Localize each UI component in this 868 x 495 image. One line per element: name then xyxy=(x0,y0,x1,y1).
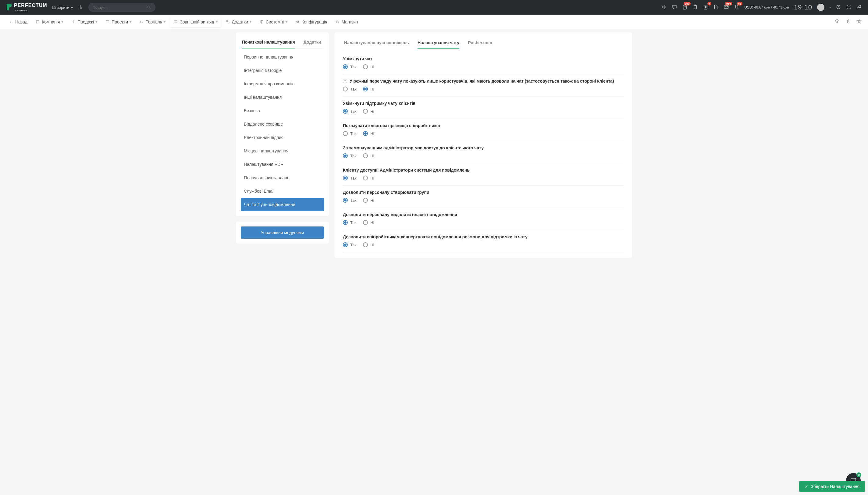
chat-icon[interactable] xyxy=(672,4,677,11)
main-tab-pusher[interactable]: Pusher.com xyxy=(468,38,492,49)
radio-option-no[interactable]: Ні xyxy=(363,242,374,247)
field-label: Дозволити співробітникам конвертувати по… xyxy=(343,234,624,239)
nav-sales[interactable]: Продажі▾ xyxy=(68,17,100,27)
search-input[interactable] xyxy=(93,5,147,10)
radio-option-yes[interactable]: Так xyxy=(343,87,356,91)
main-tabs: Налаштування пуш-сповіщень Налаштування … xyxy=(343,38,624,49)
radio-option-no[interactable]: Ні xyxy=(363,175,374,181)
nav-company[interactable]: Компанія▾ xyxy=(32,17,66,27)
field-label: Увімкнути підтримку чату клієнтів xyxy=(343,101,624,106)
search-icon xyxy=(147,5,151,10)
checklist2-icon[interactable]: 4 xyxy=(703,4,708,11)
arrow-left-icon: ← xyxy=(9,19,13,24)
clipboard-icon[interactable] xyxy=(692,4,698,11)
document-icon[interactable] xyxy=(713,4,719,11)
sidebar-item[interactable]: Інтеграція з Google xyxy=(241,64,324,77)
nav-back[interactable]: ← Назад xyxy=(6,17,31,27)
field-label: Показувати клієнтам прізвища співробітни… xyxy=(343,123,624,128)
logo[interactable]: PERFECTUM CRM+ERP xyxy=(6,3,47,12)
radio-row: ТакНі xyxy=(343,242,624,247)
field-group: Увімкнути підтримку чату клієнтівТакНі xyxy=(343,97,624,119)
main-tab-push[interactable]: Налаштування пуш-сповіщень xyxy=(344,38,409,49)
field-group: Дозволити персоналу створювати групиТакН… xyxy=(343,186,624,208)
radio-option-no[interactable]: Ні xyxy=(363,109,374,114)
avatar[interactable] xyxy=(817,4,824,11)
nav-appearance[interactable]: Зовнішній вигляд▾ xyxy=(170,17,220,27)
chevron-down-icon[interactable]: ▾ xyxy=(829,6,831,9)
radio-option-no[interactable]: Ні xyxy=(363,220,374,225)
clock: 19:10 xyxy=(794,3,812,11)
flame-icon[interactable] xyxy=(846,19,851,25)
layers-icon[interactable] xyxy=(834,19,840,25)
checklist-icon[interactable]: 249 xyxy=(682,4,688,11)
sidebar-item[interactable]: Службові Email xyxy=(241,184,324,198)
radio-icon xyxy=(363,153,368,158)
radio-option-yes[interactable]: Так xyxy=(343,131,356,136)
stats-icon[interactable] xyxy=(78,4,84,11)
sidebar-item[interactable]: Місцеві налаштування xyxy=(241,144,324,158)
bell-icon[interactable]: 61 xyxy=(734,4,740,11)
main-card: Налаштування пуш-сповіщень Налаштування … xyxy=(334,32,632,258)
field-group: Дозволити співробітникам конвертувати по… xyxy=(343,230,624,252)
sidebar-item[interactable]: Інші налаштування xyxy=(241,90,324,104)
svg-point-13 xyxy=(296,21,297,22)
manage-modules-button[interactable]: Управління модулями xyxy=(241,226,324,239)
svg-rect-5 xyxy=(724,5,728,8)
nav-config[interactable]: Конфігурація xyxy=(292,17,330,27)
field-group: За замовчуванням адміністратор має досту… xyxy=(343,141,624,164)
sidebar-item[interactable]: Віддалене сховище xyxy=(241,117,324,131)
search-box[interactable] xyxy=(88,3,155,12)
power-icon[interactable] xyxy=(836,4,841,11)
sidebar-item[interactable]: Електронний підпис xyxy=(241,131,324,144)
nav-shop[interactable]: Магазин xyxy=(332,17,361,27)
radio-option-no[interactable]: Ні xyxy=(363,64,374,69)
sidebar-item[interactable]: Інформація про компанію xyxy=(241,77,324,90)
sidebar-tab-addons[interactable]: Додатки xyxy=(303,37,321,48)
help-icon[interactable] xyxy=(846,4,852,11)
svg-rect-11 xyxy=(228,22,229,23)
nav-trade[interactable]: Торгівля▾ xyxy=(136,17,169,27)
badge: 249 xyxy=(683,2,691,5)
radio-icon xyxy=(363,220,368,225)
sidebar-item[interactable]: Чат та Пуш-повідомлення xyxy=(241,198,324,211)
nav-projects[interactable]: Проекти▾ xyxy=(102,17,134,27)
svg-point-7 xyxy=(847,5,851,9)
sidebar-item[interactable]: Первинне налаштування xyxy=(241,50,324,64)
radio-row: ТакНі xyxy=(343,220,624,225)
mail-icon[interactable]: 964 xyxy=(724,4,729,11)
sub-nav: ← Назад Компанія▾ Продажі▾ Проекти▾ Торг… xyxy=(0,15,868,29)
radio-option-yes[interactable]: Так xyxy=(343,198,356,203)
field-group: Клієнту доступні Адміністратори системи … xyxy=(343,164,624,186)
radio-icon xyxy=(343,198,348,203)
sidebar-tabs: Початкові налаштування Додатки xyxy=(241,37,324,49)
radio-row: ТакНі xyxy=(343,131,624,136)
radio-icon xyxy=(343,220,348,225)
wrench-icon[interactable] xyxy=(856,4,862,11)
chevron-down-icon: ▾ xyxy=(71,5,73,10)
radio-option-yes[interactable]: Так xyxy=(343,220,356,225)
sidebar-item[interactable]: Налаштування PDF xyxy=(241,158,324,171)
radio-option-no[interactable]: Ні xyxy=(363,87,374,91)
create-button[interactable]: Створити ▾ xyxy=(52,5,73,10)
radio-icon xyxy=(363,109,368,114)
nav-addons[interactable]: Додатки▾ xyxy=(223,17,255,27)
sidebar-tab-initial[interactable]: Початкові налаштування xyxy=(242,37,295,48)
radio-option-yes[interactable]: Так xyxy=(343,175,356,181)
radio-option-no[interactable]: Ні xyxy=(363,153,374,158)
help-icon[interactable]: ? xyxy=(343,79,347,83)
radio-option-no[interactable]: Ні xyxy=(363,131,374,136)
sidebar-item[interactable]: Планувальник завдань xyxy=(241,171,324,184)
radio-option-no[interactable]: Ні xyxy=(363,198,374,203)
radio-row: ТакНі xyxy=(343,153,624,158)
main-tab-chat[interactable]: Налаштування чату xyxy=(418,38,459,49)
radio-option-yes[interactable]: Так xyxy=(343,64,356,69)
sidebar-card: Початкові налаштування Додатки Первинне … xyxy=(236,32,329,216)
sidebar-item[interactable]: Безпека xyxy=(241,104,324,117)
radio-icon xyxy=(343,242,348,247)
star-icon[interactable] xyxy=(856,19,862,25)
radio-option-yes[interactable]: Так xyxy=(343,242,356,247)
nav-system[interactable]: Системні▾ xyxy=(256,17,290,27)
radio-option-yes[interactable]: Так xyxy=(343,109,356,114)
sound-icon[interactable] xyxy=(661,4,667,11)
radio-option-yes[interactable]: Так xyxy=(343,153,356,158)
